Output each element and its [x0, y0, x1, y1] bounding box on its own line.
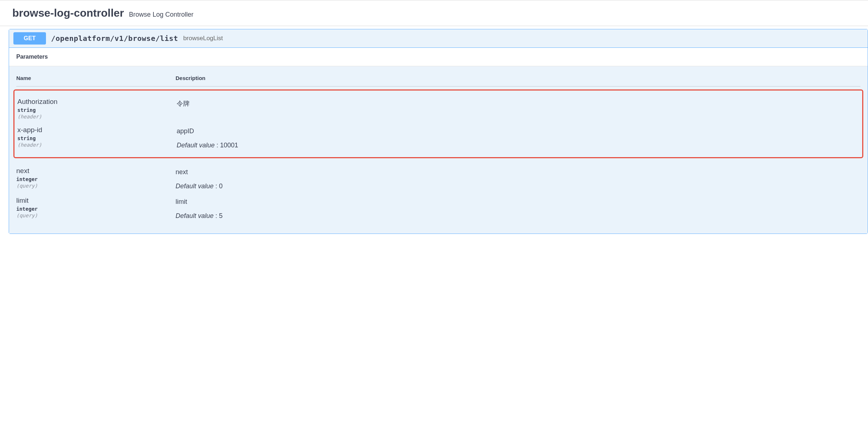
parameters-body: Name Description Authorization string (h…	[9, 66, 868, 234]
param-desc-col: 令牌	[177, 98, 859, 119]
param-type: string	[17, 107, 177, 113]
default-label: Default value	[177, 142, 215, 149]
param-row: next integer (query) next Default value …	[16, 163, 860, 193]
param-name-col: limit integer (query)	[16, 197, 176, 220]
param-in: (header)	[17, 114, 177, 119]
param-name-col: Authorization string (header)	[17, 98, 177, 119]
param-in: (query)	[16, 213, 176, 218]
default-value: : 10001	[215, 142, 238, 149]
default-value: : 0	[214, 182, 223, 190]
param-name: limit	[16, 197, 176, 205]
param-desc-col: limit Default value : 5	[176, 197, 860, 220]
operation-summary[interactable]: GET /openplatform/v1/browse/list browseL…	[9, 29, 868, 48]
parameters-header: Parameters	[9, 48, 868, 66]
operation-path: /openplatform/v1/browse/list	[51, 34, 178, 43]
param-row: x-app-id string (header) appID Default v…	[17, 122, 859, 152]
param-name: next	[16, 167, 176, 175]
param-desc-col: appID Default value : 10001	[177, 126, 859, 149]
page: browse-log-controller Browse Log Control…	[0, 0, 868, 441]
http-method-badge: GET	[13, 32, 46, 45]
param-name: Authorization	[17, 98, 177, 106]
column-header-description: Description	[176, 75, 860, 81]
param-description: limit	[176, 198, 860, 206]
param-description: appID	[177, 127, 859, 135]
param-name-col: x-app-id string (header)	[17, 126, 177, 149]
param-description: next	[176, 168, 860, 176]
param-default: Default value : 10001	[177, 142, 859, 149]
parameters-table-head: Name Description	[16, 75, 860, 87]
tag-description: Browse Log Controller	[129, 11, 193, 18]
default-label: Default value	[176, 212, 214, 219]
param-desc-col: next Default value : 0	[176, 167, 860, 190]
param-in: (query)	[16, 183, 176, 189]
default-label: Default value	[176, 182, 214, 190]
operation-description: browseLogList	[183, 35, 223, 42]
highlighted-parameters: Authorization string (header) 令牌 x-app-i…	[13, 89, 863, 158]
param-name-col: next integer (query)	[16, 167, 176, 190]
parameters-title: Parameters	[16, 54, 48, 60]
param-description: 令牌	[177, 99, 859, 108]
default-value: : 5	[214, 212, 223, 219]
column-header-name: Name	[16, 75, 176, 81]
operation-block: GET /openplatform/v1/browse/list browseL…	[9, 29, 868, 234]
tag-name: browse-log-controller	[12, 7, 124, 19]
param-default: Default value : 5	[176, 212, 860, 220]
param-type: integer	[16, 176, 176, 182]
param-in: (header)	[17, 142, 177, 148]
param-name: x-app-id	[17, 126, 177, 134]
param-default: Default value : 0	[176, 182, 860, 190]
param-type: integer	[16, 206, 176, 212]
opblock-wrap: GET /openplatform/v1/browse/list browseL…	[0, 26, 868, 234]
param-row: limit integer (query) limit Default valu…	[16, 193, 860, 223]
param-row: Authorization string (header) 令牌	[17, 94, 859, 122]
param-type: string	[17, 135, 177, 141]
tag-header[interactable]: browse-log-controller Browse Log Control…	[0, 0, 868, 26]
